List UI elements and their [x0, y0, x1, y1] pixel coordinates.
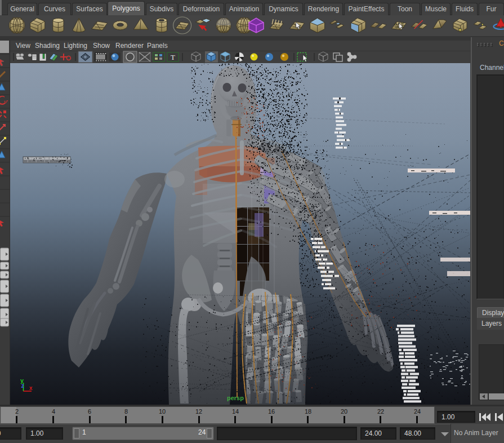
svg-text:24: 24 [414, 408, 421, 415]
svg-text:12: 12 [195, 408, 202, 415]
svg-text:x: x [29, 386, 33, 392]
svg-text:20: 20 [341, 408, 347, 415]
svg-text:18: 18 [305, 408, 311, 415]
svg-text:14: 14 [232, 408, 239, 415]
svg-text:22: 22 [377, 408, 384, 415]
svg-text:T: T [171, 53, 175, 61]
svg-text:10: 10 [159, 408, 166, 415]
svg-text:6: 6 [88, 408, 91, 415]
svg-text:2: 2 [15, 408, 19, 415]
svg-text:16: 16 [268, 408, 275, 415]
svg-text:8: 8 [124, 408, 128, 415]
svg-text:persp: persp [227, 395, 244, 401]
svg-text:z: z [21, 383, 24, 389]
svg-text:4: 4 [52, 408, 55, 415]
